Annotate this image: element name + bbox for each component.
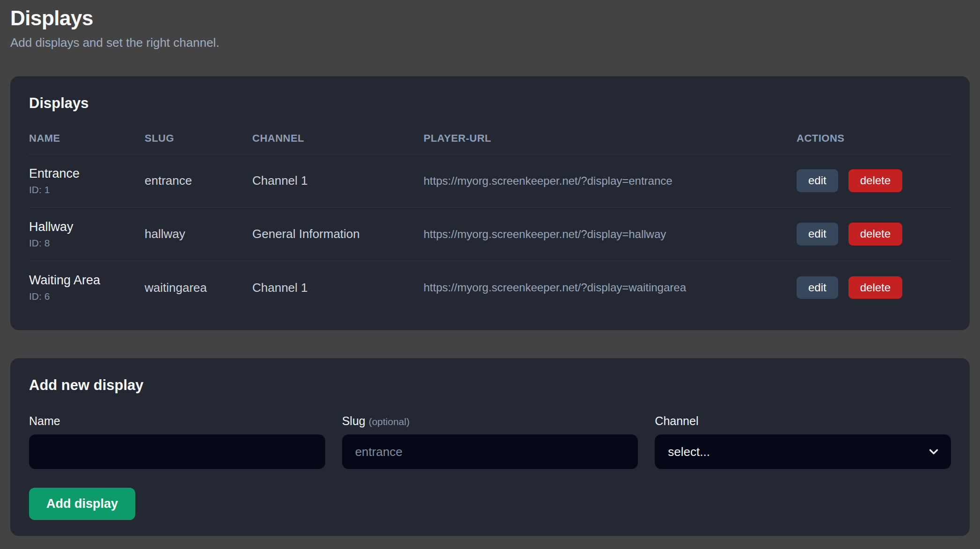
display-channel: Channel 1 xyxy=(252,173,424,188)
displays-card: Displays NAME SLUG CHANNEL PLAYER-URL AC… xyxy=(10,76,970,330)
page-title: Displays xyxy=(10,7,970,30)
channel-field-group: Channel select... xyxy=(655,414,951,469)
column-header-slug: SLUG xyxy=(145,132,252,144)
display-id: ID: 6 xyxy=(29,291,145,302)
display-name: Hallway xyxy=(29,220,145,234)
delete-button[interactable]: delete xyxy=(848,169,902,192)
row-actions: edit delete xyxy=(797,169,951,192)
card-gap xyxy=(10,330,970,358)
display-id: ID: 8 xyxy=(29,238,145,249)
display-channel: General Information xyxy=(252,227,424,241)
display-name-cell: Waiting Area ID: 6 xyxy=(29,273,145,302)
add-display-card-title: Add new display xyxy=(29,377,951,394)
column-header-name: NAME xyxy=(29,132,145,144)
add-display-form: Name Slug (optional) Channel select... xyxy=(29,414,951,469)
display-name-cell: Entrance ID: 1 xyxy=(29,166,145,195)
column-header-channel: CHANNEL xyxy=(252,132,424,144)
channel-select[interactable]: select... xyxy=(655,434,951,469)
delete-button[interactable]: delete xyxy=(848,276,902,299)
name-field-group: Name xyxy=(29,414,325,469)
table-header-row: NAME SLUG CHANNEL PLAYER-URL ACTIONS xyxy=(29,132,951,154)
channel-select-wrap: select... xyxy=(655,434,951,469)
add-display-button[interactable]: Add display xyxy=(29,488,135,520)
display-player-url: https://myorg.screenkeeper.net/?display=… xyxy=(424,281,797,294)
display-name: Waiting Area xyxy=(29,273,145,288)
display-slug: waitingarea xyxy=(145,281,252,295)
page-subtitle: Add displays and set the right channel. xyxy=(10,36,970,50)
page: Displays Add displays and set the right … xyxy=(0,0,980,542)
row-actions: edit delete xyxy=(797,276,951,299)
slug-input[interactable] xyxy=(342,434,638,469)
display-player-url: https://myorg.screenkeeper.net/?display=… xyxy=(424,174,797,188)
edit-button[interactable]: edit xyxy=(797,276,838,299)
display-slug: hallway xyxy=(145,227,252,241)
table-row: Waiting Area ID: 6 waitingarea Channel 1… xyxy=(29,261,951,314)
delete-button[interactable]: delete xyxy=(848,223,902,245)
column-header-actions: ACTIONS xyxy=(797,132,951,144)
table-row: Entrance ID: 1 entrance Channel 1 https:… xyxy=(29,154,951,208)
displays-table: NAME SLUG CHANNEL PLAYER-URL ACTIONS Ent… xyxy=(29,132,951,314)
table-row: Hallway ID: 8 hallway General Informatio… xyxy=(29,208,951,261)
display-slug: entrance xyxy=(145,173,252,188)
edit-button[interactable]: edit xyxy=(797,223,838,245)
display-name: Entrance xyxy=(29,166,145,181)
slug-field-group: Slug (optional) xyxy=(342,414,638,469)
display-player-url: https://myorg.screenkeeper.net/?display=… xyxy=(424,228,797,241)
displays-card-title: Displays xyxy=(29,95,951,112)
display-channel: Channel 1 xyxy=(252,281,424,295)
add-display-card: Add new display Name Slug (optional) Cha… xyxy=(10,358,970,536)
display-id: ID: 1 xyxy=(29,184,145,195)
name-label: Name xyxy=(29,414,325,428)
slug-optional-hint: (optional) xyxy=(369,416,410,427)
slug-label-text: Slug xyxy=(342,414,366,427)
slug-label: Slug (optional) xyxy=(342,414,638,428)
channel-label: Channel xyxy=(655,414,951,428)
row-actions: edit delete xyxy=(797,223,951,245)
name-input[interactable] xyxy=(29,434,325,469)
display-name-cell: Hallway ID: 8 xyxy=(29,220,145,249)
column-header-player-url: PLAYER-URL xyxy=(424,132,797,144)
edit-button[interactable]: edit xyxy=(797,169,838,192)
